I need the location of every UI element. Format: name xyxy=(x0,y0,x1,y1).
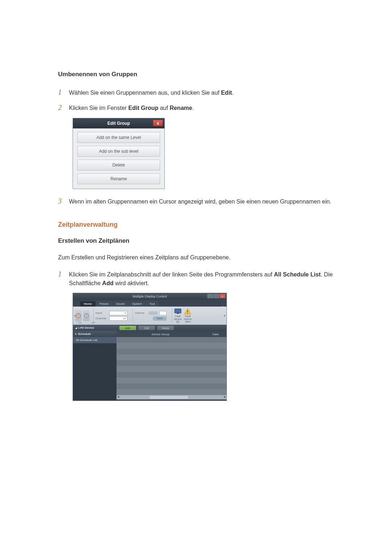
fault-device-label: Fault Device (0) xyxy=(174,315,181,323)
text: . xyxy=(192,105,194,111)
text: Klicken Sie im Fenster xyxy=(69,105,128,111)
expand-icon: ▾ xyxy=(75,333,77,336)
tab-tool[interactable]: Tool xyxy=(146,301,159,307)
step-text: Wählen Sie einen Gruppennamen aus, und k… xyxy=(69,89,334,97)
rename-button[interactable]: Rename xyxy=(77,173,160,184)
close-icon[interactable]: x xyxy=(153,120,163,126)
minimize-icon[interactable]: – xyxy=(207,294,213,298)
col-device-group: Device Group xyxy=(117,333,205,336)
rename-groups-heading: Umbenennen von Gruppen xyxy=(58,71,334,78)
delete-button[interactable]: Delete xyxy=(157,326,174,330)
rename-steps-list: 1 Wählen Sie einen Gruppennamen aus, und… xyxy=(58,87,334,113)
sidebar-item-all-schedule[interactable]: All Schedule List xyxy=(73,337,117,343)
tab-home[interactable]: Home xyxy=(80,301,95,307)
collapse-icon: ◢ xyxy=(75,327,77,329)
mdc-ribbon: ◀ On Off Input ▾ Channel ▴▾ Volume xyxy=(73,307,226,325)
step-text: Klicken Sie im Fenster Edit Group auf Re… xyxy=(69,104,334,112)
tab-sound[interactable]: Sound xyxy=(113,301,128,307)
mdc-titlebar: Multiple Display Control – □ x xyxy=(73,293,226,300)
sidebar-lfd-header[interactable]: ◢LFD Device xyxy=(73,325,117,331)
more-button[interactable]: More xyxy=(153,316,167,321)
mdc-window: Multiple Display Control – □ x ? Home Pi… xyxy=(73,293,227,401)
text: Klicken Sie im Zeitplanabschnitt auf der… xyxy=(69,271,274,278)
volume-value[interactable] xyxy=(159,311,167,315)
edit-group-titlebar: Edit Group x xyxy=(73,118,164,128)
tab-picture[interactable]: Picture xyxy=(96,301,112,307)
text: auf xyxy=(158,105,170,111)
bold-text: Rename xyxy=(170,105,192,111)
text: Wählen Sie einen Gruppennamen aus, und k… xyxy=(69,90,221,96)
svg-rect-8 xyxy=(187,313,188,313)
bold-text: Edit xyxy=(221,90,232,96)
sidebar-schedule-header[interactable]: ▾Schedule xyxy=(73,331,117,337)
channel-stepper[interactable]: ▴▾ xyxy=(109,316,127,321)
scroll-left-icon[interactable]: ◀ xyxy=(117,395,119,398)
create-schedule-steps: 1 Klicken Sie im Zeitplanabschnitt auf d… xyxy=(58,268,334,288)
input-label: Input xyxy=(95,311,108,315)
svg-rect-7 xyxy=(187,310,188,312)
maximize-icon[interactable]: □ xyxy=(213,294,219,298)
power-off-icon[interactable] xyxy=(83,310,90,321)
channel-label: Channel xyxy=(95,317,108,320)
add-button[interactable]: Add xyxy=(119,326,136,330)
delete-button[interactable]: Delete xyxy=(77,160,160,171)
edit-group-body: Add on the same Level Add on the sub lev… xyxy=(73,128,164,189)
create-schedules-heading: Erstellen von Zeitplänen xyxy=(58,237,334,245)
fault-device-icon[interactable] xyxy=(174,308,181,315)
svg-rect-5 xyxy=(177,313,179,314)
add-sub-level-button[interactable]: Add on the sub level xyxy=(77,146,160,157)
create-schedules-intro: Zum Erstellen und Registrieren eines Zei… xyxy=(58,253,334,262)
mdc-title: Multiple Display Control xyxy=(132,295,167,298)
volume-label: Volume xyxy=(135,311,147,315)
bold-text: Edit Group xyxy=(128,105,159,111)
off-label: Off xyxy=(91,321,95,324)
horizontal-scrollbar[interactable]: ◀ ▶ xyxy=(117,395,226,399)
edit-button[interactable]: Edit xyxy=(138,326,155,330)
step-number: 3 xyxy=(58,196,69,206)
window-controls: – □ x xyxy=(207,294,225,298)
step-text: Wenn im alten Gruppennamen ein Cursor an… xyxy=(69,197,334,206)
ribbon-right-arrow-icon[interactable]: ▶ xyxy=(224,314,226,317)
step-text: Klicken Sie im Zeitplanabschnitt auf der… xyxy=(69,270,334,288)
bold-text: All Schedule List xyxy=(274,271,321,278)
fault-alert-icon[interactable] xyxy=(184,308,191,315)
scrollbar-thumb[interactable] xyxy=(150,396,188,399)
edit-group-dialog: Edit Group x Add on the same Level Add o… xyxy=(73,118,165,189)
scroll-right-icon[interactable]: ▶ xyxy=(224,395,226,398)
text: wird aktiviert. xyxy=(114,280,149,286)
bold-text: Add xyxy=(102,280,114,286)
action-row: Add Edit Delete xyxy=(117,325,226,331)
grid-body xyxy=(117,337,226,395)
svg-rect-4 xyxy=(175,309,181,313)
mdc-tabs: Home Picture Sound System Tool xyxy=(73,300,226,307)
volume-slider[interactable] xyxy=(148,311,158,315)
schedule-management-heading: Zeitplanverwaltung xyxy=(58,221,334,229)
grid-header: Device Group Date xyxy=(117,331,226,337)
sidebar-label: Schedule xyxy=(78,332,91,336)
step-number: 2 xyxy=(58,102,69,113)
edit-group-title-text: Edit Group xyxy=(107,121,130,126)
col-date: Date xyxy=(205,333,226,336)
rename-steps-list-cont: 3 Wenn im alten Gruppennamen ein Cursor … xyxy=(58,196,334,206)
input-dropdown[interactable]: ▾ xyxy=(109,311,127,315)
tab-system[interactable]: System xyxy=(128,301,146,307)
add-same-level-button[interactable]: Add on the same Level xyxy=(77,132,160,143)
ribbon-left-arrow-icon[interactable]: ◀ xyxy=(74,314,75,317)
step-number: 1 xyxy=(58,87,69,98)
text: . xyxy=(232,90,233,96)
sidebar-label: LFD Device xyxy=(78,326,94,329)
on-label: On xyxy=(78,321,81,324)
fault-alert-label: Fault Device Alert xyxy=(184,315,192,323)
close-icon[interactable]: x xyxy=(220,294,225,298)
mdc-sidebar: ◢LFD Device ▾Schedule All Schedule List xyxy=(73,325,117,401)
power-on-icon[interactable] xyxy=(75,310,82,321)
step-number: 1 xyxy=(58,268,69,279)
